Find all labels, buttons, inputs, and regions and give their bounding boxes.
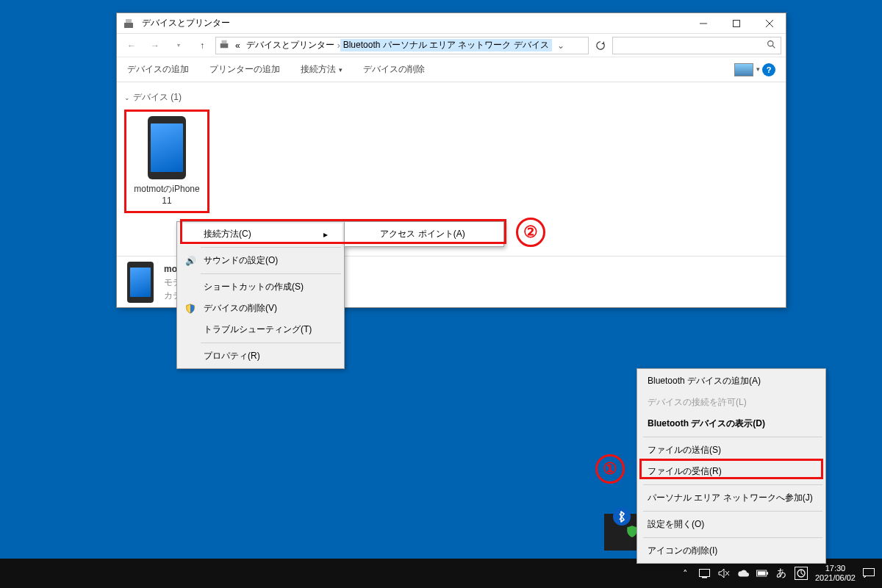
- view-options-button[interactable]: [734, 63, 753, 76]
- device-label: motmotのiPhone 11: [131, 184, 203, 207]
- ime-mode-icon[interactable]: [795, 567, 808, 580]
- svg-rect-18: [767, 572, 768, 575]
- add-printer-button[interactable]: プリンターの追加: [209, 63, 280, 76]
- tray-chevron-up-icon[interactable]: ˄: [680, 567, 692, 579]
- annotation-circle-2: ②: [516, 218, 545, 247]
- address-dropdown-button[interactable]: ⌄: [552, 40, 570, 51]
- group-header-devices[interactable]: ⌄ デバイス (1): [124, 88, 778, 107]
- svg-point-8: [768, 40, 773, 46]
- ctx-item-properties[interactable]: プロパティ(R): [179, 345, 343, 367]
- phone-icon: [148, 116, 186, 179]
- devices-icon: [121, 16, 136, 31]
- svg-rect-1: [126, 19, 132, 23]
- context-menu-separator: [201, 343, 341, 343]
- context-menu-separator: [643, 437, 822, 437]
- context-menu-separator: [643, 537, 822, 538]
- bt-menu-add-device[interactable]: Bluetooth デバイスの追加(A): [639, 370, 824, 392]
- shield-icon: [184, 303, 196, 315]
- chevron-down-icon: ▾: [339, 66, 343, 74]
- sound-icon: 🔊: [184, 255, 196, 267]
- bluetooth-tray-icon[interactable]: [613, 508, 631, 526]
- context-menu-separator: [643, 484, 822, 485]
- svg-line-9: [772, 46, 775, 48]
- ctx-item-remove-device[interactable]: デバイスの削除(V): [179, 298, 343, 319]
- command-bar: デバイスの追加 プリンターの追加 接続方法▾ デバイスの削除 ?: [117, 57, 786, 82]
- system-tray: ˄ あ 17:30 2021/06/02: [680, 564, 882, 583]
- nav-up-button[interactable]: ↑: [192, 37, 212, 54]
- bt-menu-open-settings[interactable]: 設定を開く(O): [639, 514, 824, 535]
- svg-line-21: [801, 573, 803, 575]
- battery-icon[interactable]: [756, 567, 768, 579]
- volume-mute-icon[interactable]: [718, 567, 730, 579]
- devices-icon: [219, 39, 229, 51]
- submenu-item-access-point[interactable]: アクセス ポイント(A): [345, 222, 503, 246]
- ctx-item-create-shortcut[interactable]: ショートカットの作成(S): [179, 276, 343, 298]
- help-button[interactable]: ?: [762, 63, 775, 76]
- connect-using-submenu: アクセス ポイント(A): [344, 221, 504, 247]
- clock[interactable]: 17:30 2021/06/02: [815, 564, 856, 583]
- refresh-button[interactable]: [592, 37, 609, 54]
- chevron-right-icon: ▸: [301, 229, 328, 240]
- svg-rect-17: [758, 571, 766, 575]
- ime-indicator[interactable]: あ: [775, 567, 787, 579]
- address-bar[interactable]: « デバイスとプリンター › Bluetooth パーソナル エリア ネットワー…: [215, 37, 589, 54]
- bt-menu-receive-file[interactable]: ファイルの受信(R): [639, 461, 824, 482]
- context-menu-separator: [201, 273, 341, 274]
- device-context-menu: 接続方法(C)▸ 🔊 サウンドの設定(O) ショートカットの作成(S) デバイス…: [176, 221, 345, 369]
- maximize-button[interactable]: [720, 13, 753, 34]
- onedrive-icon[interactable]: [737, 567, 749, 579]
- svg-rect-3: [733, 20, 739, 26]
- search-icon: [767, 40, 776, 51]
- bt-menu-join-pan[interactable]: パーソナル エリア ネットワークへ参加(J): [639, 487, 824, 509]
- remove-device-button[interactable]: デバイスの削除: [363, 63, 425, 76]
- device-item-iphone[interactable]: motmotのiPhone 11: [124, 110, 209, 213]
- connect-using-button[interactable]: 接続方法▾: [301, 63, 343, 76]
- close-button[interactable]: [753, 13, 786, 34]
- action-center-icon[interactable]: [863, 567, 875, 579]
- ctx-item-sound-settings[interactable]: 🔊 サウンドの設定(O): [179, 250, 343, 271]
- window-title: デバイスとプリンター: [140, 17, 686, 29]
- breadcrumb-seg[interactable]: デバイスとプリンター: [243, 39, 337, 51]
- phone-icon: [127, 262, 154, 303]
- nav-back-button[interactable]: ←: [121, 37, 142, 54]
- bt-menu-send-file[interactable]: ファイルの送信(S): [639, 440, 824, 461]
- chevron-down-icon: ⌄: [124, 94, 130, 101]
- breadcrumb-seg[interactable]: «: [232, 40, 243, 51]
- minimize-button[interactable]: [686, 13, 720, 34]
- svg-rect-7: [222, 40, 227, 43]
- svg-rect-0: [124, 23, 133, 28]
- context-menu-separator: [201, 247, 341, 248]
- context-menu-separator: [643, 511, 822, 512]
- bt-menu-remove-icon[interactable]: アイコンの削除(I): [639, 540, 824, 562]
- svg-rect-6: [220, 43, 229, 48]
- ctx-item-connect-using[interactable]: 接続方法(C)▸: [179, 223, 343, 245]
- bt-menu-allow-connect: デバイスの接続を許可(L): [639, 392, 824, 413]
- svg-rect-22: [864, 569, 875, 576]
- bluetooth-tray-menu: Bluetooth デバイスの追加(A) デバイスの接続を許可(L) Bluet…: [637, 368, 826, 564]
- add-device-button[interactable]: デバイスの追加: [127, 63, 189, 76]
- address-bar-row: ← → ▾ ↑ « デバイスとプリンター › Bluetooth パーソナル エ…: [117, 34, 786, 57]
- annotation-circle-1: ①: [595, 454, 625, 484]
- titlebar: デバイスとプリンター: [117, 13, 786, 34]
- bt-menu-show-devices[interactable]: Bluetooth デバイスの表示(D): [639, 413, 824, 434]
- svg-rect-13: [702, 577, 707, 578]
- breadcrumb-seg-current[interactable]: Bluetooth パーソナル エリア ネットワーク デバイス: [340, 39, 552, 51]
- tablet-mode-icon[interactable]: [699, 567, 711, 579]
- nav-forward-button[interactable]: →: [145, 37, 165, 54]
- search-input[interactable]: [612, 37, 781, 54]
- ctx-item-troubleshoot[interactable]: トラブルシューティング(T): [179, 319, 343, 340]
- svg-rect-12: [700, 569, 710, 576]
- nav-recent-button[interactable]: ▾: [168, 37, 189, 54]
